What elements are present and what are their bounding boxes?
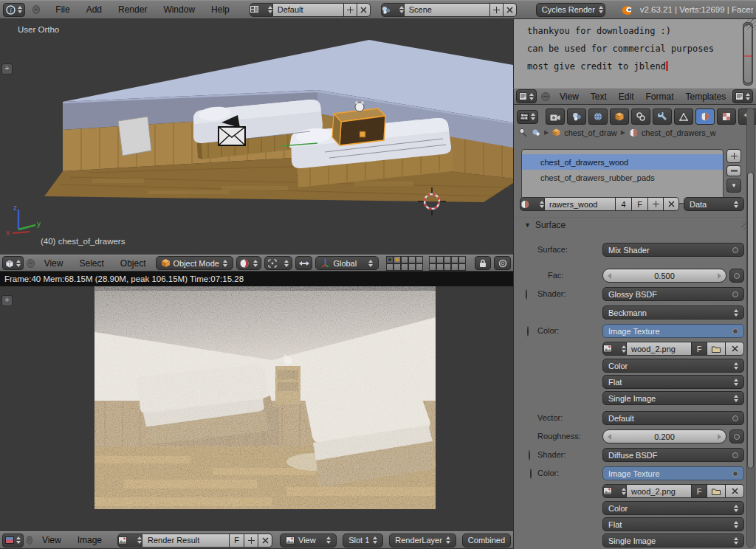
slider-right-arrow-icon[interactable] <box>718 273 721 279</box>
fake-user-button[interactable]: F <box>692 342 707 356</box>
menu-image[interactable]: Image <box>71 535 109 545</box>
open-image-button[interactable] <box>707 342 726 356</box>
roughness-socket-button[interactable] <box>729 429 744 443</box>
text-datablock-browse-button[interactable] <box>732 89 753 103</box>
fac-slider[interactable]: 0.500 <box>602 269 726 283</box>
unlink-icon[interactable] <box>530 469 532 479</box>
screen-layout-name-field[interactable]: Default <box>273 3 344 17</box>
fake-user-button[interactable]: F <box>632 197 648 211</box>
layers-grid-2[interactable] <box>429 256 466 271</box>
roughness-slider[interactable]: 0.200 <box>602 429 726 443</box>
menu-file[interactable]: File <box>49 4 76 15</box>
add-slot-button[interactable] <box>726 149 741 163</box>
slot-specials-button[interactable]: ▼ <box>726 179 741 193</box>
unlink-icon[interactable] <box>527 326 529 336</box>
material-slot-item[interactable]: chest_of_drawers_rubber_pads <box>522 170 723 185</box>
breadcrumb-object[interactable]: chest_of_draw <box>564 128 617 137</box>
manipulator-toggle-button[interactable] <box>295 256 313 270</box>
editor-type-button[interactable] <box>2 534 24 548</box>
lock-to-scene-button[interactable] <box>475 256 492 270</box>
menu-edit[interactable]: Edit <box>614 92 639 102</box>
users-count-button[interactable]: 4 <box>616 197 632 211</box>
image-browse-button[interactable] <box>602 342 627 356</box>
image-name-field[interactable]: wood_2.png <box>627 484 692 498</box>
render-layer-dropdown[interactable]: RenderLayer <box>389 534 456 548</box>
scene-browse-button[interactable] <box>381 3 405 17</box>
collapse-menus-icon[interactable] <box>27 536 32 545</box>
tab-world[interactable] <box>588 108 608 125</box>
vector-menu[interactable]: Default <box>602 411 744 425</box>
image-name-field[interactable]: wood_2.png <box>627 342 692 356</box>
menu-window[interactable]: Window <box>157 4 202 15</box>
editor-type-button[interactable]: i <box>3 3 25 17</box>
object-origin-icon[interactable] <box>532 128 540 137</box>
menu-view[interactable]: View <box>554 92 584 102</box>
menu-format[interactable]: Format <box>641 92 679 102</box>
fake-user-button[interactable]: F <box>692 484 707 498</box>
screen-layout-browse-button[interactable] <box>250 3 273 17</box>
projection-dropdown[interactable]: Flat <box>602 517 744 531</box>
projection-dropdown[interactable]: Flat <box>602 375 744 389</box>
surface-panel-header[interactable]: ▼ Surface <box>524 220 566 230</box>
unlink-material-button[interactable] <box>664 197 679 211</box>
color2-texture-menu[interactable]: Image Texture <box>602 466 744 480</box>
image-editor-canvas[interactable]: + <box>0 286 513 531</box>
image-name-field[interactable]: Render Result <box>142 534 230 548</box>
pin-icon[interactable] <box>518 128 528 137</box>
render-engine-dropdown[interactable]: Cycles Render <box>536 3 605 17</box>
delete-layout-button[interactable] <box>357 3 371 17</box>
new-image-button[interactable] <box>244 534 258 548</box>
slider-right-arrow-icon[interactable] <box>718 434 721 440</box>
add-layout-button[interactable] <box>344 3 357 17</box>
menu-select[interactable]: Select <box>72 258 110 269</box>
material-browse-button[interactable] <box>520 197 545 211</box>
collapse-menus-icon[interactable] <box>32 5 40 14</box>
view-mode-dropdown[interactable]: View <box>280 534 337 548</box>
text-editor[interactable]: thankyou for downloading :) can be used … <box>513 19 756 88</box>
menu-templates[interactable]: Templates <box>681 92 732 102</box>
render-pass-dropdown[interactable]: Combined <box>462 534 511 548</box>
proportional-edit-button[interactable] <box>494 256 511 270</box>
new-material-button[interactable] <box>648 197 664 211</box>
menu-add[interactable]: Add <box>80 4 109 15</box>
scene-name-field[interactable]: Scene <box>405 3 490 17</box>
menu-view[interactable]: View <box>38 258 70 269</box>
tab-constraints[interactable] <box>631 108 650 125</box>
layers-grid-1[interactable] <box>386 256 423 271</box>
menu-object[interactable]: Object <box>114 258 153 269</box>
tab-scene[interactable] <box>567 108 586 125</box>
breadcrumb-material[interactable]: chest_of_drawers_w <box>642 128 716 137</box>
open-image-button[interactable] <box>707 484 726 498</box>
color-space-dropdown[interactable]: Color <box>602 501 744 515</box>
viewport-shading-dropdown[interactable] <box>236 256 261 270</box>
delete-scene-button[interactable] <box>504 3 517 17</box>
collapse-menus-icon[interactable] <box>541 92 550 101</box>
slider-left-arrow-icon[interactable] <box>608 434 611 440</box>
tab-modifiers[interactable] <box>653 108 672 125</box>
tab-texture[interactable] <box>717 108 736 125</box>
surface-shader-menu[interactable]: Mix Shader <box>602 243 744 257</box>
editor-type-button[interactable] <box>517 110 538 124</box>
text-editor-scrollbar[interactable] <box>743 22 753 86</box>
menu-view[interactable]: View <box>35 535 68 545</box>
tab-object-data[interactable] <box>674 108 693 125</box>
region-expand-button[interactable]: + <box>1 295 13 306</box>
image-browse-button[interactable] <box>602 484 627 498</box>
editor-type-button[interactable] <box>2 256 24 270</box>
pivot-point-dropdown[interactable] <box>264 256 292 270</box>
image-browse-button[interactable] <box>117 534 142 548</box>
region-expand-button[interactable]: + <box>1 63 13 75</box>
editor-type-button[interactable] <box>516 89 537 103</box>
material-slot-item[interactable]: chest_of_drawers_wood <box>522 154 723 170</box>
properties-scrollbar[interactable] <box>746 108 755 548</box>
menu-render[interactable]: Render <box>111 4 154 15</box>
transform-orientation-dropdown[interactable]: Global <box>315 256 378 270</box>
color1-texture-menu[interactable]: Image Texture <box>602 324 744 338</box>
tab-object[interactable] <box>610 108 629 125</box>
unlink-image-button[interactable] <box>258 534 272 548</box>
unlink-image-button[interactable] <box>726 342 744 356</box>
color-space-dropdown[interactable]: Color <box>602 359 744 373</box>
menu-text[interactable]: Text <box>585 92 612 102</box>
menu-help[interactable]: Help <box>205 4 236 15</box>
shader2-menu[interactable]: Diffuse BSDF <box>602 448 744 462</box>
